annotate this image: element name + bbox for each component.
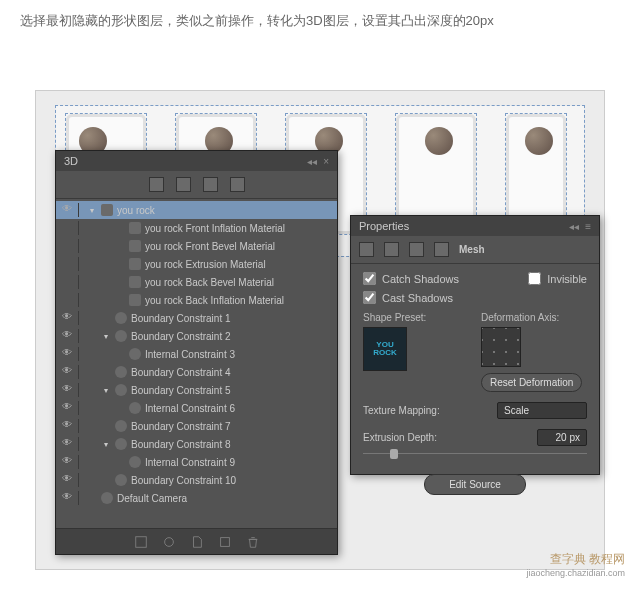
visibility-eye-icon[interactable]: 👁 [60,437,74,451]
layer-tree[interactable]: 👁▾you rockyou rock Front Inflation Mater… [56,199,337,534]
tree-item-label: Boundary Constraint 1 [131,313,231,324]
tab-cap-icon[interactable] [409,242,424,257]
collapse-icon[interactable]: ◂◂ [307,156,317,167]
tree-row[interactable]: 👁Boundary Constraint 4 [56,363,337,381]
visibility-eye-icon[interactable]: 👁 [60,383,74,397]
filter-light-icon[interactable] [230,177,245,192]
visibility-eye-icon[interactable]: 👁 [60,473,74,487]
panel-properties-header[interactable]: Properties ◂◂ ≡ [351,216,599,236]
shape-preset-thumb[interactable]: YOU ROCK [363,327,407,371]
texture-mapping-select[interactable]: Scale [497,402,587,419]
menu-icon[interactable]: ≡ [585,221,591,232]
deformation-axis-grid[interactable] [481,327,521,367]
visibility-eye-icon[interactable]: 👁 [60,491,74,505]
tree-row[interactable]: you rock Front Inflation Material [56,219,337,237]
tree-item-label: Boundary Constraint 4 [131,367,231,378]
catch-shadows-label: Catch Shadows [382,273,459,285]
new-icon[interactable] [190,535,204,549]
filter-material-icon[interactable] [203,177,218,192]
visibility-eye-icon[interactable]: 👁 [60,419,74,433]
knob [525,127,553,155]
material-icon [129,240,141,252]
render-icon[interactable] [134,535,148,549]
tree-item-label: Internal Constraint 6 [145,403,235,414]
tree-row[interactable]: 👁▾Boundary Constraint 5 [56,381,337,399]
tab-mesh-icon[interactable] [359,242,374,257]
visibility-eye-icon[interactable]: 👁 [60,203,74,217]
close-icon[interactable]: × [323,156,329,167]
disclosure-triangle[interactable]: ▾ [87,206,97,215]
tree-item-label: you rock Extrusion Material [145,259,266,270]
extrusion-depth-slider[interactable] [363,448,587,460]
visibility-eye-icon[interactable] [60,257,74,271]
panel-header-controls: ◂◂ × [307,156,329,167]
mesh-label: Mesh [459,244,485,255]
disclosure-triangle[interactable]: ▾ [101,386,111,395]
constraint-icon [115,384,127,396]
knob [425,127,453,155]
filter-scene-icon[interactable] [149,177,164,192]
filter-mesh-icon[interactable] [176,177,191,192]
constraint-icon [129,402,141,414]
panel-3d-filter-row [56,171,337,199]
cast-shadows-checkbox[interactable]: Cast Shadows [363,291,587,304]
material-icon [129,222,141,234]
tree-item-label: Boundary Constraint 8 [131,439,231,450]
shape-preset-label: Shape Preset: [363,312,469,323]
reset-deformation-button[interactable]: Reset Deformation [481,373,582,392]
tree-row[interactable]: 👁Internal Constraint 3 [56,345,337,363]
visibility-eye-icon[interactable]: 👁 [60,329,74,343]
tree-row[interactable]: you rock Front Bevel Material [56,237,337,255]
properties-tabs: Mesh [351,236,599,264]
catch-shadows-checkbox[interactable]: Catch Shadows [363,272,459,285]
tree-item-label: Boundary Constraint 7 [131,421,231,432]
visibility-eye-icon[interactable]: 👁 [60,311,74,325]
light-icon[interactable] [162,535,176,549]
tree-row[interactable]: 👁▾Boundary Constraint 8 [56,435,337,453]
tree-row[interactable]: you rock Extrusion Material [56,255,337,273]
visibility-eye-icon[interactable]: 👁 [60,365,74,379]
tree-row[interactable]: 👁Boundary Constraint 1 [56,309,337,327]
tree-item-label: you rock Front Bevel Material [145,241,275,252]
tree-row[interactable]: 👁Internal Constraint 9 [56,453,337,471]
visibility-eye-icon[interactable] [60,293,74,307]
tree-item-label: Boundary Constraint 2 [131,331,231,342]
visibility-eye-icon[interactable] [60,221,74,235]
tree-row[interactable]: 👁▾Boundary Constraint 2 [56,327,337,345]
tree-row[interactable]: 👁▾you rock [56,201,337,219]
svg-rect-2 [220,537,229,546]
collapse-icon[interactable]: ◂◂ [569,221,579,232]
visibility-eye-icon[interactable] [60,275,74,289]
panel-3d-header[interactable]: 3D ◂◂ × [56,151,337,171]
material-icon [129,294,141,306]
add-icon[interactable] [218,535,232,549]
constraint-icon [115,474,127,486]
invisible-checkbox[interactable]: Invisible [528,272,587,285]
constraint-icon [115,420,127,432]
extrusion-depth-field[interactable]: 20 px [537,429,587,446]
tree-row[interactable]: 👁Internal Constraint 6 [56,399,337,417]
tab-deform-icon[interactable] [384,242,399,257]
disclosure-triangle[interactable]: ▾ [101,332,111,341]
tab-coord-icon[interactable] [434,242,449,257]
camera-icon [101,492,113,504]
watermark-main: 查字典 教程网 [526,551,625,568]
tree-row[interactable]: 👁Boundary Constraint 10 [56,471,337,489]
tree-row[interactable]: 👁Boundary Constraint 7 [56,417,337,435]
trash-icon[interactable] [246,535,260,549]
tree-row[interactable]: you rock Back Bevel Material [56,273,337,291]
disclosure-triangle[interactable]: ▾ [101,440,111,449]
material-icon [101,204,113,216]
material-icon [129,276,141,288]
instruction-text: 选择最初隐藏的形状图层，类似之前操作，转化为3D图层，设置其凸出深度的20px [0,0,637,30]
visibility-eye-icon[interactable]: 👁 [60,455,74,469]
material-icon [129,258,141,270]
tree-item-label: Internal Constraint 9 [145,457,235,468]
tree-row[interactable]: you rock Back Inflation Material [56,291,337,309]
visibility-eye-icon[interactable]: 👁 [60,347,74,361]
visibility-eye-icon[interactable] [60,239,74,253]
visibility-eye-icon[interactable]: 👁 [60,401,74,415]
panel-properties-title: Properties [359,220,409,232]
tree-row[interactable]: 👁Default Camera [56,489,337,507]
edit-source-button[interactable]: Edit Source [424,474,526,495]
